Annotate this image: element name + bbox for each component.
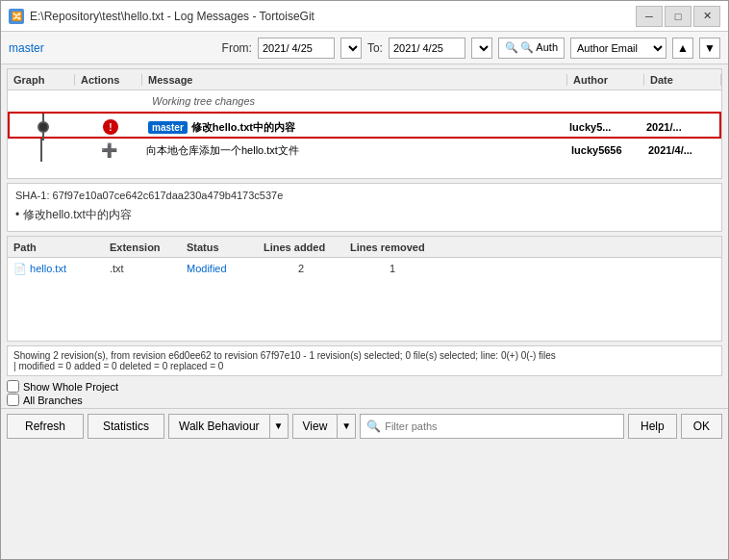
branch-label[interactable]: master <box>9 41 44 55</box>
sha-line: SHA-1: 67f97e10a07ce642c617daa230a479b41… <box>15 190 714 201</box>
table-row[interactable]: ➕ 向本地仓库添加一个hello.txt文件 lucky5656 2021/4/… <box>8 139 721 162</box>
action-cell-0 <box>75 90 142 112</box>
title-bar: 🔀 E:\Repository\test\hello.txt - Log Mes… <box>1 1 728 32</box>
show-whole-project-label: Show Whole Project <box>23 381 118 393</box>
working-tree-row[interactable]: Working tree changes <box>8 90 721 112</box>
all-branches-label: All Branches <box>23 395 83 406</box>
graph-cell-0 <box>8 90 75 112</box>
graph-cell-1 <box>10 114 77 140</box>
file-status-cell: Modified <box>181 263 258 274</box>
minimize-button[interactable]: ─ <box>636 6 663 27</box>
plus-icon: ➕ <box>101 142 116 158</box>
refresh-button[interactable]: Refresh <box>7 414 84 439</box>
view-group: View ▼ <box>292 414 357 439</box>
from-date-select[interactable]: ▼ <box>340 38 362 59</box>
file-path-cell: 📄 hello.txt <box>8 263 104 275</box>
all-branches-row: All Branches <box>7 394 722 406</box>
up-arrow-icon: ▲ <box>677 41 689 55</box>
message-cell-2: 向本地仓库添加一个hello.txt文件 <box>142 143 567 158</box>
status-area: Showing 2 revision(s), from revision e6d… <box>7 345 722 376</box>
status-text: Showing 2 revision(s), from revision e6d… <box>13 350 716 361</box>
walk-behaviour-dropdown[interactable]: ▼ <box>270 414 289 439</box>
view-dropdown[interactable]: ▼ <box>338 414 356 439</box>
title-bar-left: 🔀 E:\Repository\test\hello.txt - Log Mes… <box>9 9 314 24</box>
col-message: Message <box>142 74 567 86</box>
up-nav-button[interactable]: ▲ <box>672 38 693 59</box>
graph-svg-2 <box>27 139 56 162</box>
message-cell-0: Working tree changes <box>142 95 567 107</box>
walk-behaviour-group: Walk Behaviour ▼ <box>168 414 289 439</box>
warning-icon: ! <box>103 119 118 135</box>
title-controls: ─ □ ✕ <box>636 6 720 27</box>
action-cell-1: ! <box>77 114 144 140</box>
author-email-select[interactable]: Author Email <box>570 38 666 59</box>
file-col-ext: Extension <box>104 242 181 253</box>
commit-message-area: • 修改hello.txt中的内容 <box>15 205 714 225</box>
down-arrow-icon: ▼ <box>704 41 716 55</box>
search-filter-icon: 🔍 <box>366 420 381 433</box>
file-icon: 📄 <box>13 263 30 274</box>
file-col-added: Lines added <box>258 242 344 253</box>
maximize-button[interactable]: □ <box>665 6 691 27</box>
to-date-select[interactable]: ▼ <box>471 38 492 59</box>
to-label: To: <box>367 41 383 55</box>
bottom-options: Show Whole Project All Branches <box>1 378 728 408</box>
author-cell-2: lucky5656 <box>567 144 644 156</box>
show-whole-project-row: Show Whole Project <box>7 380 722 393</box>
file-table-header: Path Extension Status Lines added Lines … <box>8 237 721 258</box>
status-text2: | modified = 0 added = 0 deleted = 0 rep… <box>13 361 716 371</box>
search-icon: 🔍 <box>505 41 518 54</box>
col-date: Date <box>644 74 721 86</box>
date-cell-2: 2021/4/... <box>644 144 721 156</box>
down-nav-button[interactable]: ▼ <box>699 38 720 59</box>
all-branches-checkbox[interactable] <box>7 394 19 406</box>
sha-area: SHA-1: 67f97e10a07ce642c617daa230a479b41… <box>7 183 722 232</box>
file-removed-cell: 1 <box>344 263 440 274</box>
search-button[interactable]: 🔍 🔍 Auth <box>498 38 565 59</box>
col-graph: Graph <box>8 74 75 86</box>
master-badge: master <box>148 121 188 134</box>
walk-behaviour-button[interactable]: Walk Behaviour <box>168 414 270 439</box>
bottom-bar: Refresh Statistics Walk Behaviour ▼ View… <box>1 408 728 443</box>
show-whole-project-checkbox[interactable] <box>7 380 19 393</box>
close-button[interactable]: ✕ <box>693 6 720 27</box>
from-date-input[interactable] <box>258 38 335 59</box>
help-button[interactable]: Help <box>628 414 677 439</box>
app-icon: 🔀 <box>9 9 24 24</box>
main-area: Graph Actions Message Author Date Workin… <box>1 64 728 559</box>
statistics-button[interactable]: Statistics <box>88 414 164 439</box>
message-cell-1: master 修改hello.txt中的内容 <box>144 120 566 135</box>
date-cell-1: 2021/... <box>642 121 719 133</box>
action-cell-2: ➕ <box>75 139 142 162</box>
svg-point-1 <box>38 122 48 132</box>
file-col-status: Status <box>181 242 258 253</box>
col-actions: Actions <box>75 74 142 86</box>
table-row[interactable]: ! master 修改hello.txt中的内容 lucky5... 2021/… <box>8 112 721 139</box>
author-cell-1: lucky5... <box>566 121 642 133</box>
file-added-cell: 2 <box>258 263 344 274</box>
file-col-path: Path <box>8 242 104 253</box>
col-author: Author <box>567 74 644 86</box>
from-label: From: <box>222 41 252 55</box>
view-button[interactable]: View <box>292 414 339 439</box>
commit-table: Graph Actions Message Author Date Workin… <box>7 68 722 179</box>
filter-paths-input[interactable] <box>385 420 617 432</box>
main-window: 🔀 E:\Repository\test\hello.txt - Log Mes… <box>0 0 729 560</box>
graph-cell-2 <box>8 139 75 162</box>
filter-input-wrap: 🔍 <box>360 414 624 439</box>
graph-svg-1 <box>29 114 58 140</box>
file-row[interactable]: 📄 hello.txt .txt Modified 2 1 <box>8 258 721 279</box>
ok-button[interactable]: OK <box>681 414 722 439</box>
file-table: Path Extension Status Lines added Lines … <box>7 236 722 342</box>
toolbar: master From: ▼ To: ▼ 🔍 🔍 Auth Author Ema… <box>1 32 728 64</box>
file-ext-cell: .txt <box>104 263 181 274</box>
table-header: Graph Actions Message Author Date <box>8 69 721 90</box>
window-title: E:\Repository\test\hello.txt - Log Messa… <box>30 10 314 23</box>
file-col-removed: Lines removed <box>344 242 440 253</box>
to-date-input[interactable] <box>389 38 465 59</box>
